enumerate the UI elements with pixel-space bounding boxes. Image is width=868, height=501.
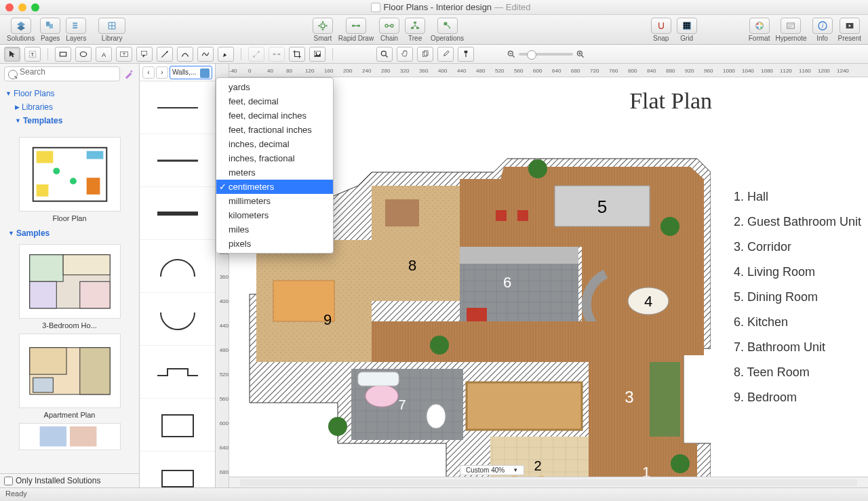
svg-rect-10 [109, 26, 111, 28]
shape-wall-thick[interactable] [140, 187, 215, 240]
search-input[interactable] [4, 66, 120, 81]
svg-point-34 [760, 26, 762, 28]
shapes-back[interactable]: ‹ [142, 66, 155, 79]
page-title: Flat Plan [629, 88, 712, 114]
legend-item: 6. Kitchen [734, 315, 861, 329]
shape-arc-down[interactable] [140, 293, 215, 346]
unit-option[interactable]: feet, decimal [216, 94, 333, 108]
template-floor-plan[interactable]: Floor Plan [5, 137, 134, 222]
unit-option[interactable]: yards [216, 80, 333, 94]
zoom-slider[interactable] [507, 49, 585, 59]
text-tool[interactable]: A [96, 47, 112, 62]
textbox-tool[interactable]: T [116, 47, 132, 62]
svg-rect-18 [357, 24, 360, 26]
pan-tool[interactable] [397, 47, 413, 62]
svg-rect-97 [162, 415, 193, 437]
snap-button[interactable]: Snap [651, 18, 671, 42]
solutions-button[interactable]: Solutions [7, 18, 35, 42]
nav-floor-plans[interactable]: Floor Plans [5, 87, 134, 100]
library-button[interactable]: Library [98, 18, 125, 42]
hypernote-button[interactable]: Hypernote [775, 18, 806, 42]
text-select-tool[interactable]: T [24, 47, 41, 62]
shape-room[interactable] [140, 399, 215, 452]
present-button[interactable]: Present [838, 18, 861, 42]
svg-line-27 [412, 26, 415, 27]
eyedropper-tool[interactable] [437, 47, 454, 62]
shape-opening[interactable] [140, 346, 215, 399]
chain-button[interactable]: Chain [379, 18, 399, 42]
svg-rect-86 [29, 281, 56, 308]
pen-tool[interactable] [218, 47, 234, 62]
shapes-forward[interactable]: › [156, 66, 168, 79]
checkbox[interactable] [4, 477, 13, 485]
shape-room-2[interactable] [140, 452, 215, 487]
svg-point-140 [430, 336, 449, 355]
ellipse-tool[interactable] [75, 47, 92, 62]
unit-option[interactable]: feet, decimal inches [216, 108, 333, 123]
select-tool[interactable] [4, 47, 20, 62]
curve-tool[interactable] [177, 47, 193, 62]
wand-icon[interactable] [123, 68, 135, 80]
spline-tool[interactable] [197, 47, 214, 62]
crop-tool[interactable] [289, 47, 305, 62]
svg-rect-57 [273, 53, 275, 54]
layers-button[interactable]: Layers [66, 18, 86, 42]
connect-tool[interactable] [269, 47, 285, 62]
svg-line-56 [254, 52, 259, 56]
zoom-tool[interactable] [376, 47, 393, 62]
format-painter-tool[interactable] [458, 47, 474, 62]
sample-apartment[interactable]: Apartment Plan [5, 334, 134, 419]
close-icon[interactable] [5, 3, 14, 12]
unit-option[interactable]: miles [216, 222, 333, 237]
smart-button[interactable]: Smart [313, 18, 333, 42]
unit-option[interactable]: millimeters [216, 194, 333, 208]
insert-tool[interactable] [309, 47, 326, 62]
info-button[interactable]: iInfo [812, 18, 833, 42]
shape-arc-up[interactable] [140, 240, 215, 293]
svg-rect-23 [414, 22, 416, 24]
operations-button[interactable]: Operations [431, 18, 464, 42]
unit-option[interactable]: feet, fractional inches [216, 123, 333, 137]
unit-option[interactable]: inches, decimal [216, 137, 333, 151]
tree-button[interactable]: Tree [405, 18, 425, 42]
nav-samples[interactable]: Samples [0, 226, 136, 240]
pages-button[interactable]: Pages [40, 18, 60, 42]
edit-points-tool[interactable] [248, 47, 264, 62]
grid-button[interactable]: Grid [677, 18, 697, 42]
format-button[interactable]: Format [749, 18, 770, 42]
unit-option[interactable]: pixels [216, 237, 333, 251]
zoom-out-icon[interactable] [507, 49, 516, 59]
minimize-icon[interactable] [18, 3, 26, 12]
rect-tool[interactable] [55, 47, 71, 62]
shapes-category-select[interactable]: Walls,... [170, 66, 212, 79]
unit-option[interactable]: meters [216, 165, 333, 180]
shapes-list [140, 81, 215, 487]
only-installed-checkbox[interactable]: Only Installed Solutions [0, 473, 139, 487]
unit-option[interactable]: centimeters [216, 180, 333, 194]
nav-templates[interactable]: Templates [5, 114, 134, 127]
zoom-in-icon[interactable] [576, 49, 585, 59]
svg-point-16 [326, 24, 328, 26]
rapid-draw-button[interactable]: Rapid Draw [338, 18, 374, 42]
sample-more[interactable] [5, 423, 134, 450]
svg-rect-25 [416, 27, 419, 29]
zoom-label[interactable]: Custom 40%▼ [460, 465, 524, 475]
horizontal-scrollbar[interactable] [229, 477, 868, 487]
svg-rect-12 [321, 24, 324, 27]
copy-tool[interactable] [417, 47, 433, 62]
svg-text:9: 9 [323, 311, 332, 328]
svg-rect-58 [278, 53, 280, 54]
nav-libraries[interactable]: Libraries [5, 100, 134, 114]
sample-3bedroom[interactable]: 3-Bedroom Ho... [5, 244, 134, 329]
sample-label: Apartment Plan [5, 411, 134, 419]
svg-point-143 [660, 217, 679, 236]
shape-wall-med[interactable] [140, 134, 215, 187]
line-tool[interactable] [157, 47, 173, 62]
svg-point-33 [757, 26, 759, 28]
zoom-icon[interactable] [31, 3, 39, 12]
unit-option[interactable]: kilometers [216, 208, 333, 222]
unit-option[interactable]: inches, fractional [216, 151, 333, 165]
callout-tool[interactable] [136, 47, 153, 62]
shape-wall-thin[interactable] [140, 81, 215, 134]
svg-marker-1 [17, 25, 25, 31]
